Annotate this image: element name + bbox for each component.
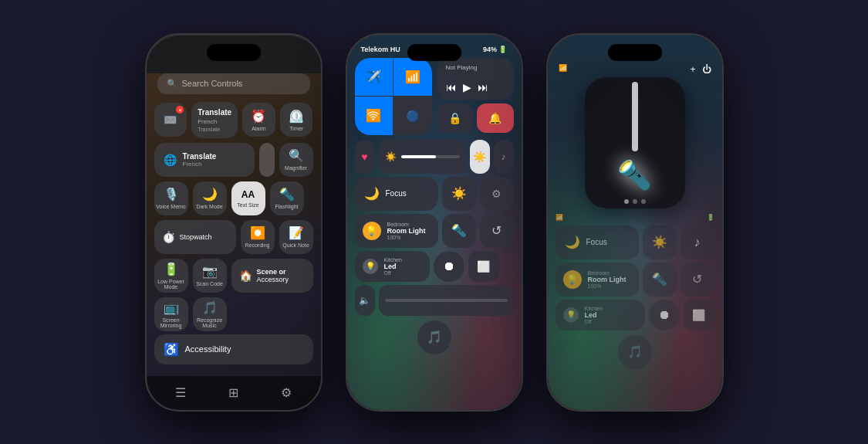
timer-btn[interactable]: ⏲️ Timer: [280, 103, 313, 137]
shazam-cc-btn[interactable]: 🎵: [417, 320, 451, 354]
slider-control[interactable]: [259, 143, 275, 177]
cc3-record-btn[interactable]: ⏺: [649, 300, 680, 330]
playback-controls: ⏮ ▶ ⏭: [446, 81, 505, 93]
settings-btn[interactable]: ⚙: [480, 177, 514, 211]
cc3-music-btn[interactable]: ♪: [681, 225, 714, 259]
translate-wide-icon: 🌐: [164, 154, 177, 166]
magnifier-row: 🌐 Translate French 🔍 Magnifier: [154, 143, 313, 177]
now-playing-widget: Not Playing ⏮ ▶ ⏭: [437, 58, 514, 100]
tab-icon-2[interactable]: ⊞: [228, 385, 238, 400]
cc3-screen-btn[interactable]: ⬜: [684, 300, 714, 330]
magnifier-label: Magnifier: [285, 165, 307, 171]
tools-row: ⏱️ Stopwatch ⏺️ Recording 📝 Quick Note: [154, 220, 313, 254]
carrier-label: Telekom HU: [361, 46, 400, 53]
cc3-focus-label: Focus: [586, 238, 607, 246]
cc3-hk2: 💡 Kitchen Led Off ⏺ ⬜: [548, 297, 722, 330]
voice-label: Voice Memo: [156, 204, 186, 209]
bottom-tab-bar: ☰ ⊞ ⚙: [147, 376, 321, 410]
recording-btn[interactable]: ⏺️ Recording: [241, 220, 275, 254]
bluetooth-btn[interactable]: 🔵: [393, 97, 432, 135]
record-cc-btn[interactable]: ⏺: [434, 251, 464, 282]
play-btn[interactable]: ▶: [463, 81, 471, 93]
text-size-icon: AA: [241, 189, 255, 200]
dark-icon: 🌙: [202, 187, 218, 202]
volume-slider[interactable]: [379, 285, 514, 316]
cc3-led-loc: Kitchen: [585, 306, 603, 311]
cc3-light-name: Room Light: [588, 276, 627, 283]
brightness-btn[interactable]: ☀️: [442, 177, 476, 211]
mute-btn[interactable]: 🔔: [477, 103, 514, 133]
max-brightness-btn[interactable]: ☀️: [470, 140, 490, 174]
hotspot-btn[interactable]: 📶: [393, 58, 432, 97]
shazam-icon: 🎵: [202, 300, 218, 315]
alarm-btn[interactable]: ⏰ Alarm: [242, 103, 275, 137]
led-location: Kitchen: [384, 257, 402, 263]
alarm-label: Alarm: [252, 126, 265, 131]
media-controls-row: 🎙️ Voice Memo 🌙 Dark Mode AA Text Size 🔦…: [154, 181, 313, 215]
accessibility-row[interactable]: ♿ Accessibility: [154, 334, 313, 364]
cc3-room-light[interactable]: 💡 Bedroom Room Light 100%: [556, 263, 639, 297]
timer-icon: ⏲️: [289, 109, 304, 124]
text-size-btn[interactable]: AA Text Size: [231, 181, 265, 215]
rotate-btn[interactable]: ↺: [480, 214, 514, 248]
scene-btn[interactable]: 🏠 Scene or Accessory: [231, 259, 313, 293]
cc3-sun-btn[interactable]: ☀️: [643, 225, 677, 259]
led-btn[interactable]: 💡 Kitchen Led Off: [355, 251, 430, 282]
shazam-btn[interactable]: 🎵 Recognize Music: [193, 297, 227, 331]
prev-btn[interactable]: ⏮: [446, 81, 457, 93]
quick-note-btn[interactable]: 📝 Quick Note: [279, 220, 313, 254]
voice-memo-btn[interactable]: 🎙️ Voice Memo: [154, 181, 188, 215]
translate-lang: French: [183, 161, 217, 168]
room-light-btn[interactable]: 💡 Bedroom Room Light 100%: [355, 214, 438, 248]
heart-btn[interactable]: ♥: [355, 140, 375, 174]
cc3-rotate-btn[interactable]: ↺: [681, 263, 714, 297]
cc3-power-icon[interactable]: ⏻: [702, 64, 711, 75]
vol-down-btn[interactable]: 🔈: [355, 285, 375, 316]
translate-sublabel: French: [198, 118, 231, 125]
screen-mirror-btn[interactable]: 📺 Screen Mirroring: [154, 297, 188, 331]
translate-row: ✉️ ✕ Translate French Translate ⏰ Alarm …: [154, 102, 313, 138]
rotation-lock-btn[interactable]: 🔒: [437, 103, 474, 133]
cc3-led-name: Led: [585, 311, 603, 319]
search-controls-bar[interactable]: 🔍 Search Controls: [157, 73, 310, 94]
wifi-btn[interactable]: 🛜: [355, 97, 393, 135]
cc-content: Telekom HU 94% 🔋 ✈️ 📶 🛜 🔵: [347, 35, 522, 410]
focus-label: Focus: [386, 189, 407, 198]
stopwatch-btn[interactable]: ⏱️ Stopwatch: [154, 220, 236, 254]
screen-cc-btn[interactable]: ⬜: [468, 251, 499, 282]
translate-btn[interactable]: Translate French Translate: [191, 102, 238, 138]
led-info: Kitchen Led Off: [384, 257, 402, 276]
scene-sublabel: Accessory: [257, 276, 289, 283]
fl-slider-fill: [632, 82, 638, 151]
low-power-btn[interactable]: 🔋 Low Power Mode: [154, 259, 188, 293]
tab-icon-1[interactable]: ☰: [175, 385, 186, 400]
fl-slider-row: [585, 82, 685, 151]
quick-note-icon: 📝: [289, 225, 304, 240]
cc3-focus-btn[interactable]: 🌙 Focus: [556, 225, 639, 259]
brightness-slider[interactable]: ☀️: [379, 140, 466, 174]
voice-icon: 🎙️: [164, 187, 179, 202]
next-btn[interactable]: ⏭: [478, 81, 488, 93]
magnifier-btn[interactable]: 🔍 Magnifier: [279, 143, 313, 177]
fl-slider-track[interactable]: [632, 82, 638, 151]
cc3-flashlight-btn[interactable]: 🔦: [643, 263, 677, 297]
cc3-led-btn[interactable]: 💡 Kitchen Led Off: [556, 300, 645, 330]
cc-main-row: ✈️ 📶 🛜 🔵 Not Playing ⏮ ▶: [347, 56, 522, 137]
cc3-light-level: 100%: [588, 283, 627, 289]
moon-icon: 🌙: [364, 186, 380, 201]
phone-2: Telekom HU 94% 🔋 ✈️ 📶 🛜 🔵: [346, 33, 523, 412]
tab-icon-3[interactable]: ⚙: [281, 385, 292, 400]
led-icon: 💡: [363, 259, 378, 274]
flashlight-btn[interactable]: 🔦 Flashlight: [270, 181, 304, 215]
airplane-mode-btn[interactable]: ✈️: [355, 58, 393, 97]
cc3-shazam-btn[interactable]: 🎵: [618, 335, 652, 369]
scan-code-btn[interactable]: 📷 Scan Code: [193, 259, 227, 293]
search-icon: 🔍: [167, 79, 177, 89]
low-power-icon: 🔋: [164, 262, 179, 276]
focus-btn[interactable]: 🌙 Focus: [355, 177, 438, 211]
flashlight-cc-btn[interactable]: 🔦: [442, 214, 476, 248]
dark-mode-btn[interactable]: 🌙 Dark Mode: [193, 181, 227, 215]
dynamic-island-2: [407, 44, 461, 61]
homekit-row-1: 💡 Bedroom Room Light 100% 🔦 ↺: [347, 211, 522, 248]
music-note-btn[interactable]: ♪: [494, 140, 514, 174]
